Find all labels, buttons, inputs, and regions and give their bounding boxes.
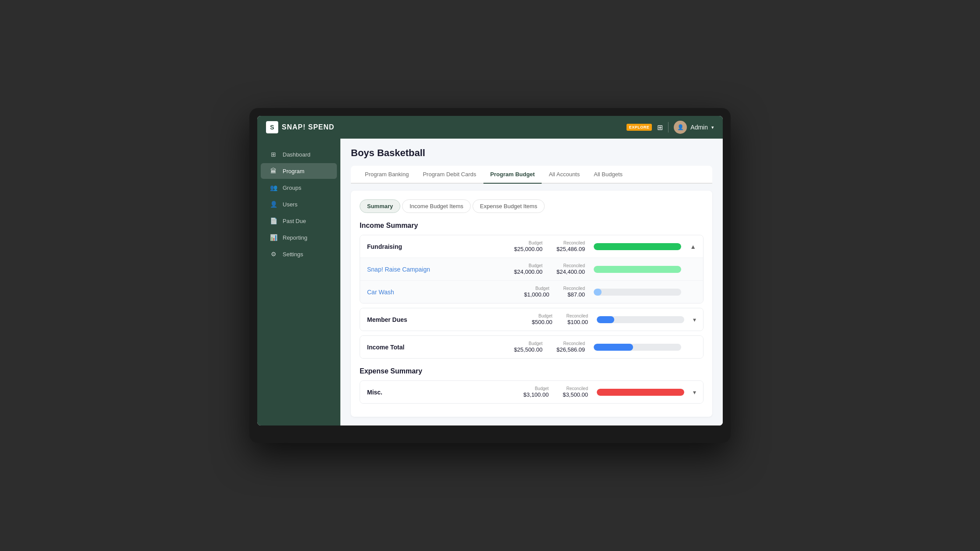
misc-budget: Budget $3,100.00	[523, 386, 549, 398]
reporting-icon: 📊	[270, 234, 277, 241]
admin-name: Admin	[690, 124, 708, 131]
car-wash-label[interactable]: Car Wash	[367, 289, 524, 296]
misc-expand-icon[interactable]: ▾	[693, 389, 696, 396]
sidebar-item-settings[interactable]: ⚙ Settings	[261, 246, 337, 262]
fundraising-reconciled: Reconciled $25,486.09	[556, 241, 585, 252]
income-total-label: Income Total	[367, 344, 514, 351]
snap-raise-row: Snap! Raise Campaign Budget $24,000.00 R…	[360, 258, 703, 280]
member-dues-budget: Budget $500.00	[532, 314, 553, 325]
logo-area: S SNAP! SPEND	[266, 121, 334, 133]
member-dues-reconciled-label: Reconciled	[567, 314, 588, 318]
tab-budget[interactable]: Program Budget	[483, 166, 542, 184]
logo-text: SNAP! SPEND	[282, 123, 334, 131]
past-due-icon: 📄	[270, 217, 277, 224]
car-wash-progress-bar	[594, 289, 602, 296]
laptop-frame: S SNAP! SPEND EXPLORE ⊞ 👤 Admin ▾ ⊞ Da	[249, 108, 731, 443]
car-wash-reconciled: Reconciled $87.00	[564, 286, 585, 298]
snap-raise-progress-bar	[594, 266, 681, 273]
car-wash-reconciled-value: $87.00	[567, 291, 585, 298]
sidebar-label-program: Program	[283, 168, 304, 174]
fundraising-progress-bar	[594, 243, 681, 250]
sidebar-item-reporting[interactable]: 📊 Reporting	[261, 230, 337, 245]
main-card: Summary Income Budget Items Expense Budg…	[351, 191, 712, 417]
fundraising-budget: Budget $25,000.00	[514, 241, 542, 252]
income-total-budget-label: Budget	[528, 341, 542, 346]
sidebar-label-past-due: Past Due	[283, 218, 306, 224]
snap-raise-label[interactable]: Snap! Raise Campaign	[367, 266, 514, 273]
page-title: Boys Basketball	[351, 147, 712, 159]
sidebar-item-dashboard[interactable]: ⊞ Dashboard	[261, 146, 337, 162]
snap-raise-budget: Budget $24,000.00	[514, 263, 542, 275]
sub-tab-income-items[interactable]: Income Budget Items	[402, 199, 471, 213]
fundraising-collapse-icon[interactable]: ▲	[690, 243, 696, 250]
misc-row: Misc. Budget $3,100.00 Reconciled $3,500…	[360, 381, 703, 403]
expense-summary-wrapper: Expense Summary Misc. Budget $3,100.00	[360, 367, 704, 404]
sidebar-label-settings: Settings	[283, 251, 303, 258]
chevron-down-icon: ▾	[711, 125, 714, 130]
misc-progress-container	[597, 389, 684, 396]
misc-label: Misc.	[367, 389, 523, 396]
income-total-reconciled: Reconciled $26,586.09	[556, 341, 585, 353]
income-total-progress-container	[594, 344, 681, 351]
income-total-reconciled-value: $26,586.09	[556, 346, 585, 353]
sidebar-label-reporting: Reporting	[283, 234, 307, 241]
member-dues-reconciled-value: $100.00	[567, 319, 588, 325]
snap-raise-reconciled-label: Reconciled	[564, 263, 585, 268]
member-dues-expand-icon[interactable]: ▾	[693, 316, 696, 323]
content-area: Boys Basketball Program Banking Program …	[340, 139, 723, 425]
settings-icon: ⚙	[270, 251, 277, 258]
tab-all-accounts[interactable]: All Accounts	[542, 166, 587, 184]
dashboard-icon: ⊞	[270, 151, 277, 158]
misc-budget-value: $3,100.00	[523, 391, 549, 398]
snap-raise-progress-container	[594, 266, 681, 273]
avatar: 👤	[674, 121, 687, 134]
car-wash-progress-container	[594, 289, 681, 296]
tab-all-budgets[interactable]: All Budgets	[587, 166, 630, 184]
tabs-bar: Program Banking Program Debit Cards Prog…	[351, 166, 712, 184]
tab-banking[interactable]: Program Banking	[358, 166, 416, 184]
fundraising-numbers: Budget $25,000.00 Reconciled $25,486.09	[514, 241, 585, 252]
snap-raise-budget-label: Budget	[528, 263, 542, 268]
car-wash-budget: Budget $1,000.00	[524, 286, 550, 298]
member-dues-label: Member Dues	[367, 316, 532, 323]
car-wash-row: Car Wash Budget $1,000.00 Reconciled $87…	[360, 280, 703, 303]
sidebar-item-program[interactable]: 🏛 Program	[261, 163, 337, 179]
fundraising-label: Fundraising	[367, 243, 514, 250]
car-wash-budget-label: Budget	[536, 286, 550, 291]
income-summary-title: Income Summary	[360, 222, 704, 230]
income-total-row: Income Total Budget $25,500.00 Reconcile…	[360, 336, 703, 358]
car-wash-numbers: Budget $1,000.00 Reconciled $87.00	[524, 286, 585, 298]
snap-raise-numbers: Budget $24,000.00 Reconciled $24,400.00	[514, 263, 585, 275]
income-total-reconciled-label: Reconciled	[564, 341, 585, 346]
fundraising-progress-container	[594, 243, 681, 250]
sub-tab-summary[interactable]: Summary	[360, 199, 400, 213]
member-dues-budget-label: Budget	[539, 314, 553, 318]
income-total-section: Income Total Budget $25,500.00 Reconcile…	[360, 335, 704, 359]
nav-divider	[668, 122, 668, 133]
tab-debit[interactable]: Program Debit Cards	[416, 166, 483, 184]
income-total-budget: Budget $25,500.00	[514, 341, 542, 353]
income-total-progress-bar	[594, 344, 633, 351]
member-dues-reconciled: Reconciled $100.00	[567, 314, 588, 325]
sidebar-item-users[interactable]: 👤 Users	[261, 196, 337, 212]
income-total-numbers: Budget $25,500.00 Reconciled $26,586.09	[514, 341, 585, 353]
snap-raise-reconciled: Reconciled $24,400.00	[556, 263, 585, 275]
member-dues-budget-value: $500.00	[532, 319, 553, 325]
sidebar-label-dashboard: Dashboard	[283, 151, 311, 158]
misc-reconciled-value: $3,500.00	[563, 391, 588, 398]
car-wash-reconciled-label: Reconciled	[564, 286, 585, 291]
sidebar-item-past-due[interactable]: 📄 Past Due	[261, 213, 337, 229]
sub-tab-expense-items[interactable]: Expense Budget Items	[472, 199, 545, 213]
grid-icon[interactable]: ⊞	[657, 123, 663, 132]
misc-numbers: Budget $3,100.00 Reconciled $3,500.00	[523, 386, 588, 398]
program-icon: 🏛	[270, 167, 277, 174]
misc-section: Misc. Budget $3,100.00 Reconciled $3,500…	[360, 380, 704, 404]
misc-reconciled-label: Reconciled	[567, 386, 588, 391]
sidebar-item-groups[interactable]: 👥 Groups	[261, 180, 337, 195]
explore-badge[interactable]: EXPLORE	[626, 124, 652, 131]
top-nav: S SNAP! SPEND EXPLORE ⊞ 👤 Admin ▾	[257, 116, 723, 139]
admin-area[interactable]: 👤 Admin ▾	[674, 121, 714, 134]
income-total-budget-value: $25,500.00	[514, 346, 542, 353]
expense-summary-title: Expense Summary	[360, 367, 704, 375]
nav-right: EXPLORE ⊞ 👤 Admin ▾	[626, 121, 714, 134]
